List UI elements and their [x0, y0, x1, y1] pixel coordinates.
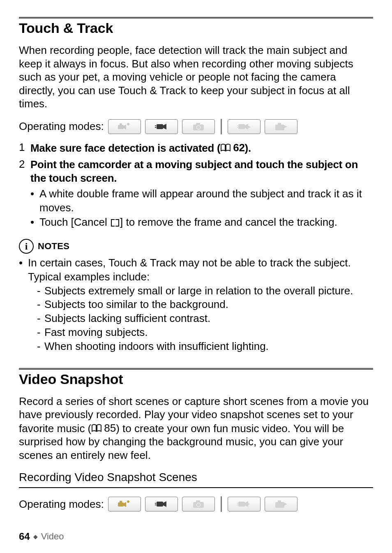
svg-rect-19 [278, 123, 281, 125]
page-ref-icon: 62 [220, 141, 244, 155]
page-ref-icon: 85 [91, 421, 116, 435]
mode-separator [221, 119, 222, 134]
notes-sub-item: Fast moving subjects. [37, 326, 373, 340]
footer-category: Video [41, 531, 64, 542]
sub-bullet: A white double frame will appear around … [30, 187, 373, 215]
svg-point-32 [197, 503, 200, 507]
subsection-title: Recording Video Snapshot Scenes [19, 471, 373, 484]
svg-rect-12 [238, 124, 245, 129]
notes-sub-item: Subjects lacking sufficient contrast. [37, 312, 373, 326]
movie-record-icon [145, 119, 178, 134]
photo-record-icon [182, 119, 215, 134]
svg-marker-1 [124, 125, 126, 130]
movie-play-icon [228, 497, 261, 511]
notes-lead: In certain cases, Touch & Track may not … [28, 257, 351, 283]
step-text: Make sure face detection is activated ( … [30, 141, 373, 155]
operating-modes-label: Operating modes: [19, 120, 104, 133]
footer-bullet-icon: ◆ [33, 533, 38, 540]
step-1: 1 Make sure face detection is activated … [19, 141, 373, 155]
section-title-video-snapshot: Video Snapshot [19, 371, 373, 387]
notes-label: NOTES [38, 241, 69, 252]
svg-rect-36 [237, 504, 238, 505]
svg-rect-16 [237, 127, 238, 128]
operating-modes-label: Operating modes: [19, 498, 104, 511]
steps-list: 1 Make sure face detection is activated … [19, 141, 373, 230]
svg-rect-35 [237, 503, 238, 504]
svg-rect-0 [118, 125, 124, 129]
dual-mode-icon [108, 497, 141, 511]
step-number: 2 [19, 158, 30, 230]
svg-rect-33 [238, 502, 245, 507]
operating-modes-row: Operating modes: [19, 496, 373, 512]
manual-page: Touch & Track When recording people, fac… [0, 0, 392, 553]
notes-sub-item: Subjects extremely small or large in rel… [37, 284, 373, 298]
tracking-frame-icon [111, 219, 119, 227]
page-number: 64 [19, 531, 30, 542]
photo-play-icon [265, 497, 297, 511]
operating-modes-row: Operating modes: [19, 119, 373, 134]
svg-point-24 [127, 500, 129, 503]
svg-marker-40 [283, 502, 287, 506]
svg-marker-22 [124, 502, 126, 507]
notes-heading: i NOTES [19, 239, 373, 254]
notes-list: In certain cases, Touch & Track may not … [19, 256, 373, 354]
step-number: 1 [19, 141, 30, 155]
svg-rect-2 [120, 123, 122, 125]
step-content: Point the camcorder at a moving subject … [30, 158, 373, 230]
section-title-touch-track: Touch & Track [19, 20, 373, 36]
svg-rect-39 [278, 500, 281, 502]
svg-rect-9 [196, 123, 200, 125]
movie-play-icon [228, 119, 261, 134]
svg-rect-6 [155, 125, 156, 126]
notes-sub-list: Subjects extremely small or large in rel… [28, 284, 373, 354]
subsection-rule [19, 487, 373, 488]
photo-play-icon [265, 119, 297, 134]
svg-rect-23 [120, 501, 122, 503]
dual-mode-icon [108, 119, 141, 134]
svg-rect-25 [157, 502, 163, 507]
sub-bullet: Touch [Cancel ] to remove the frame and … [30, 215, 373, 229]
svg-point-11 [197, 126, 200, 129]
notes-sub-item: When shooting indoors with insufficient … [37, 340, 373, 354]
svg-point-3 [127, 123, 129, 125]
step-sub-bullets: A white double frame will appear around … [30, 187, 373, 229]
svg-rect-7 [155, 127, 156, 128]
svg-rect-4 [157, 124, 163, 129]
svg-rect-21 [118, 502, 124, 507]
svg-rect-28 [155, 504, 156, 505]
svg-rect-27 [155, 503, 156, 504]
step-2: 2 Point the camcorder at a moving subjec… [19, 158, 373, 230]
svg-rect-30 [196, 500, 200, 502]
svg-marker-26 [163, 501, 166, 507]
intro-paragraph: When recording people, face detection wi… [19, 44, 373, 111]
svg-rect-15 [237, 125, 238, 126]
step-text: Point the camcorder at a moving subject … [30, 158, 373, 185]
movie-record-icon [145, 497, 178, 511]
section-divider [19, 368, 373, 370]
notes-sub-item: Subjects too similar to the background. [37, 298, 373, 312]
notes-item: In certain cases, Touch & Track may not … [19, 256, 373, 354]
page-footer: 64 ◆ Video [19, 531, 373, 542]
svg-marker-20 [283, 125, 287, 129]
info-icon: i [19, 239, 34, 254]
photo-record-icon [182, 497, 215, 511]
svg-marker-5 [163, 124, 166, 130]
section-divider [19, 16, 373, 19]
intro-paragraph: Record a series of short scenes or captu… [19, 395, 373, 462]
mode-separator [221, 496, 222, 512]
